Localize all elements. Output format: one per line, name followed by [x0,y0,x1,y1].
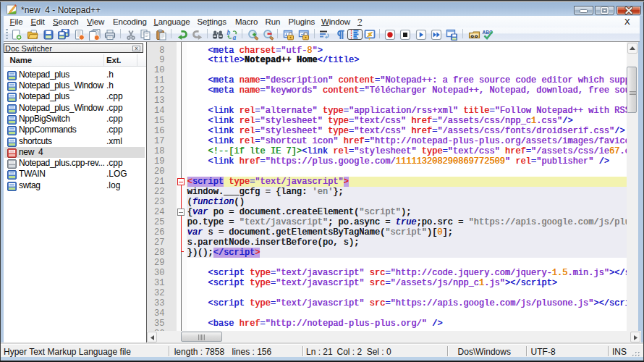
svg-text:b: b [227,29,231,36]
svg-text:a: a [233,34,237,41]
